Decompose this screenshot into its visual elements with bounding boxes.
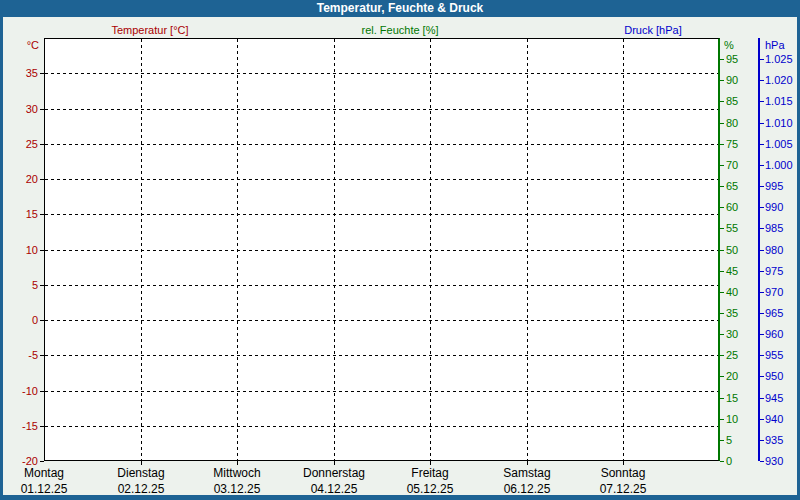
x-date-label: 02.12.25 [93,483,189,495]
x-grid-line [141,39,142,460]
x-day-label: Samstag [479,467,575,479]
x-date-label: 04.12.25 [286,483,382,495]
window: Temperatur, Feuchte & Druck Temperatur [… [0,0,800,500]
y-grid-line [45,109,718,110]
pressure-tick-label: 935 [765,434,783,446]
humidity-tick-label: 10 [726,413,738,425]
pressure-axis-tick [760,440,764,441]
temp-tick-label: 35 [3,67,38,79]
pressure-axis-tick [760,376,764,377]
humidity-axis-tick [720,461,724,462]
pressure-axis-tick [760,271,764,272]
title-bar: Temperatur, Feuchte & Druck [0,0,800,17]
y-grid-line [45,355,718,356]
pressure-axis-header: Druck [hPa] [553,24,753,36]
temp-tick-label: 30 [3,103,38,115]
humidity-tick-label: 15 [726,392,738,404]
x-day-label: Donnerstag [286,467,382,479]
pressure-axis-tick [760,334,764,335]
temp-tick-label: -15 [3,420,38,432]
pressure-tick-label: 995 [765,180,783,192]
x-axis-tick [334,461,335,465]
temp-axis-tick [40,109,44,110]
chart-area: Temperatur [°C] rel. Feuchte [%] Druck [… [3,17,797,495]
humidity-tick-label: 70 [726,159,738,171]
humidity-axis-tick [720,123,724,124]
pressure-tick-label: 945 [765,392,783,404]
temp-axis-tick [40,214,44,215]
pressure-tick-label: 940 [765,413,783,425]
humidity-axis-tick [720,334,724,335]
humidity-tick-label: 60 [726,201,738,213]
x-date-label: 03.12.25 [189,483,285,495]
humidity-axis-tick [720,292,724,293]
pressure-tick-label: 985 [765,222,783,234]
y-grid-line [45,391,718,392]
temp-tick-label: -10 [3,385,38,397]
temp-axis-tick [40,426,44,427]
humidity-axis-tick [720,376,724,377]
pressure-axis-tick [760,144,764,145]
humidity-axis-tick [720,313,724,314]
pressure-tick-label: 980 [765,244,783,256]
temp-axis-tick [40,461,44,462]
pressure-tick-label: 1.025 [765,53,793,65]
humidity-tick-label: 35 [726,307,738,319]
humidity-tick-label: 30 [726,328,738,340]
x-grid-line [237,39,238,460]
x-axis-tick [237,461,238,465]
humidity-axis-tick [720,355,724,356]
pressure-tick-label: 960 [765,328,783,340]
humidity-tick-label: 25 [726,349,738,361]
pressure-tick-label: 970 [765,286,783,298]
temp-tick-label: 25 [3,138,38,150]
temp-axis-tick [40,320,44,321]
pressure-axis-tick [760,228,764,229]
pressure-axis-tick [760,313,764,314]
humidity-tick-label: 5 [726,434,732,446]
temp-axis-tick [40,250,44,251]
y-grid-line [45,320,718,321]
humidity-unit-label: % [724,39,734,51]
pressure-axis-tick [760,398,764,399]
pressure-tick-label: 965 [765,307,783,319]
x-day-label: Mittwoch [189,467,285,479]
humidity-tick-label: 50 [726,244,738,256]
temp-unit-label: °C [3,39,39,51]
humidity-axis-tick [720,144,724,145]
humidity-tick-label: 85 [726,95,738,107]
humidity-axis-tick [720,80,724,81]
pressure-tick-label: 1.015 [765,95,793,107]
pressure-axis-tick [760,59,764,60]
temp-axis-header: Temperatur [°C] [50,24,250,36]
humidity-tick-label: 20 [726,370,738,382]
x-date-label: 01.12.25 [0,483,92,495]
pressure-tick-label: 990 [765,201,783,213]
pressure-tick-label: 930 [765,455,783,467]
humidity-axis-tick [720,59,724,60]
humidity-axis-tick [720,165,724,166]
pressure-axis-tick [760,207,764,208]
humidity-tick-label: 90 [726,74,738,86]
pressure-axis-tick [760,292,764,293]
pressure-axis-tick [760,250,764,251]
pressure-tick-label: 1.020 [765,74,793,86]
humidity-axis-tick [720,419,724,420]
pressure-axis-tick [760,80,764,81]
humidity-tick-label: 75 [726,138,738,150]
x-date-label: 05.12.25 [382,483,478,495]
pressure-tick-label: 955 [765,349,783,361]
humidity-axis-tick [720,207,724,208]
pressure-tick-label: 975 [765,265,783,277]
temp-axis-tick [40,391,44,392]
humidity-axis-tick [720,186,724,187]
pressure-axis-tick [760,165,764,166]
y-grid-line [45,73,718,74]
temp-axis-tick [40,73,44,74]
y-grid-line [45,214,718,215]
x-grid-line [623,39,624,460]
pressure-axis-tick [760,419,764,420]
x-date-label: 07.12.25 [575,483,671,495]
humidity-tick-label: 55 [726,222,738,234]
temp-tick-label: 0 [3,314,38,326]
